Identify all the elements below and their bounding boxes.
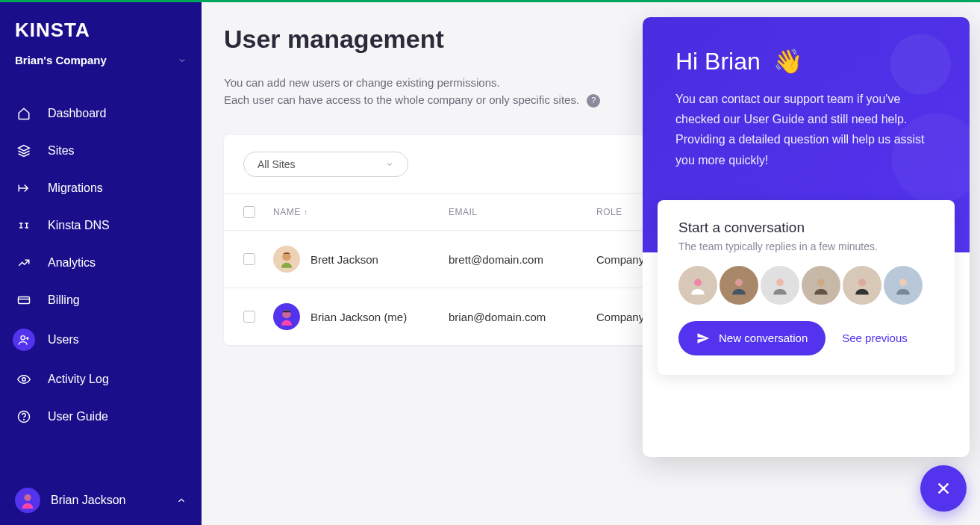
sidebar-item-billing[interactable]: Billing bbox=[0, 282, 202, 319]
company-selector[interactable]: Brian's Company bbox=[0, 49, 202, 81]
help-icon bbox=[15, 408, 33, 426]
team-avatar bbox=[720, 266, 758, 305]
current-user-menu[interactable]: Brian Jackson bbox=[0, 476, 202, 525]
chat-actions: New conversation See previous bbox=[678, 321, 934, 355]
svg-point-13 bbox=[735, 279, 743, 286]
svg-point-14 bbox=[776, 279, 784, 286]
select-all-checkbox[interactable] bbox=[243, 206, 255, 218]
chevron-up-icon bbox=[176, 495, 187, 506]
team-avatar bbox=[843, 266, 881, 305]
chat-greeting: Hi Brian 👋 bbox=[675, 47, 937, 75]
sidebar-item-dashboard[interactable]: Dashboard bbox=[0, 95, 202, 132]
svg-point-15 bbox=[817, 279, 825, 286]
chat-widget: Hi Brian 👋 You can contact our support t… bbox=[643, 17, 970, 457]
sidebar-item-label: Dashboard bbox=[48, 107, 106, 120]
sidebar-item-label: Kinsta DNS bbox=[48, 219, 110, 232]
svg-point-8 bbox=[24, 419, 25, 420]
chat-close-button[interactable] bbox=[920, 465, 967, 512]
svg-rect-1 bbox=[19, 297, 30, 304]
new-conversation-button[interactable]: New conversation bbox=[678, 321, 825, 355]
wave-emoji: 👋 bbox=[773, 48, 803, 75]
avatar bbox=[273, 303, 300, 330]
eye-icon bbox=[15, 370, 33, 388]
help-tooltip-icon[interactable]: ? bbox=[587, 94, 600, 108]
chat-card-subtitle: The team typically replies in a few minu… bbox=[678, 240, 934, 252]
current-user-name: Brian Jackson bbox=[51, 494, 126, 507]
chevron-down-icon bbox=[178, 56, 187, 65]
avatar bbox=[15, 488, 40, 513]
sidebar-item-label: Sites bbox=[48, 144, 75, 158]
close-icon bbox=[935, 480, 952, 497]
team-avatar bbox=[761, 266, 799, 305]
header-name[interactable]: NAME↑ bbox=[273, 207, 449, 217]
chevron-down-icon bbox=[385, 160, 394, 169]
svg-point-12 bbox=[694, 279, 702, 286]
sidebar-item-label: Users bbox=[48, 333, 79, 347]
analytics-icon bbox=[15, 254, 33, 272]
chat-conversation-card: Start a conversation The team typically … bbox=[658, 200, 955, 375]
sidebar: KINSTA Brian's Company Dashboard Sites M… bbox=[0, 2, 202, 525]
svg-point-6 bbox=[22, 378, 26, 382]
sidebar-item-label: Activity Log bbox=[48, 373, 109, 386]
sidebar-item-dns[interactable]: Kinsta DNS bbox=[0, 207, 202, 244]
sidebar-item-label: Billing bbox=[48, 293, 80, 307]
sort-asc-icon: ↑ bbox=[304, 208, 308, 217]
user-name: Brett Jackson bbox=[310, 253, 378, 266]
home-icon bbox=[15, 105, 33, 122]
send-icon bbox=[696, 332, 710, 345]
team-avatar bbox=[802, 266, 840, 305]
avatar bbox=[273, 246, 300, 273]
dns-icon bbox=[15, 217, 33, 234]
svg-point-3 bbox=[21, 336, 25, 340]
svg-point-9 bbox=[24, 494, 31, 501]
svg-point-16 bbox=[858, 279, 866, 286]
sidebar-item-label: Migrations bbox=[48, 181, 103, 195]
sidebar-item-migrations[interactable]: Migrations bbox=[0, 170, 202, 207]
team-avatar bbox=[678, 266, 717, 305]
team-avatar bbox=[884, 266, 923, 305]
new-conversation-label: New conversation bbox=[719, 332, 808, 344]
sidebar-item-analytics[interactable]: Analytics bbox=[0, 244, 202, 282]
svg-marker-0 bbox=[19, 146, 30, 152]
row-checkbox[interactable] bbox=[243, 311, 255, 323]
users-icon bbox=[13, 329, 35, 351]
migrations-icon bbox=[15, 179, 33, 197]
sidebar-item-user-guide[interactable]: User Guide bbox=[0, 398, 202, 435]
svg-point-17 bbox=[899, 279, 907, 286]
chat-card-title: Start a conversation bbox=[678, 220, 934, 236]
site-filter-label: All Sites bbox=[258, 158, 296, 170]
sidebar-item-label: Analytics bbox=[48, 256, 96, 270]
nav-list: Dashboard Sites Migrations Kinsta DNS An… bbox=[0, 81, 202, 476]
row-checkbox[interactable] bbox=[243, 253, 255, 265]
site-filter-select[interactable]: All Sites bbox=[243, 152, 408, 177]
header-email[interactable]: EMAIL bbox=[449, 207, 596, 217]
user-name: Brian Jackson (me) bbox=[310, 311, 407, 323]
sidebar-item-label: User Guide bbox=[48, 410, 108, 423]
see-previous-link[interactable]: See previous bbox=[842, 332, 908, 344]
sidebar-item-sites[interactable]: Sites bbox=[0, 132, 202, 170]
billing-icon bbox=[15, 291, 33, 309]
user-email: brett@domain.com bbox=[449, 253, 596, 266]
company-selector-label: Brian's Company bbox=[15, 54, 107, 66]
sidebar-item-users[interactable]: Users bbox=[0, 319, 202, 361]
layers-icon bbox=[15, 142, 33, 160]
brand-logo: KINSTA bbox=[0, 2, 202, 49]
sidebar-item-activity-log[interactable]: Activity Log bbox=[0, 361, 202, 398]
chat-subtext: You can contact our support team if you'… bbox=[675, 89, 937, 170]
user-email: brian@domain.com bbox=[449, 311, 596, 323]
team-avatars bbox=[678, 266, 934, 305]
